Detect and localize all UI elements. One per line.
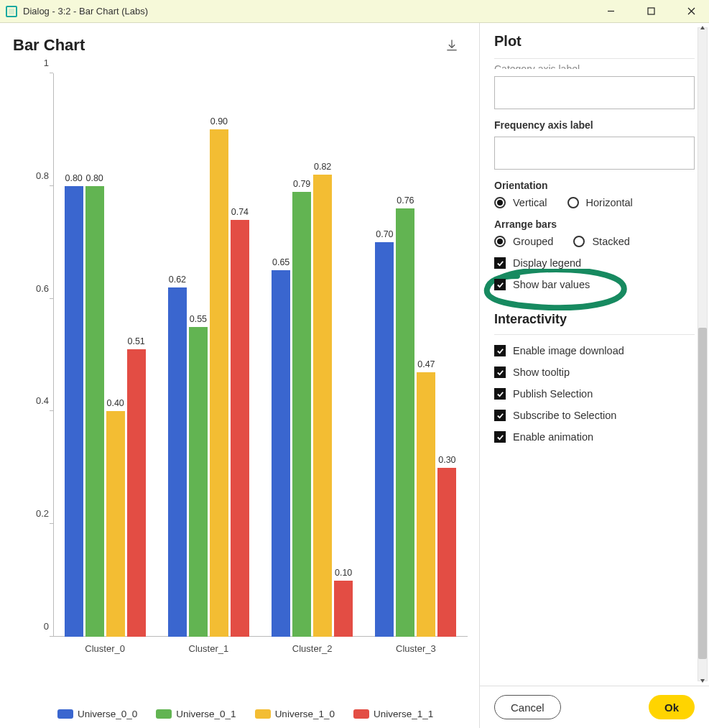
download-icon[interactable]	[445, 38, 459, 52]
interactivity-checkbox[interactable]: Show tooltip	[494, 367, 695, 378]
bar[interactable]: 0.62	[168, 287, 187, 637]
chart-plot-area: 0.800.800.400.51Cluster_00.620.550.900.7…	[13, 68, 473, 701]
checkbox-label: Subscribe to Selection	[513, 410, 616, 421]
legend-swatch	[57, 709, 73, 719]
arrange-radio-grouped[interactable]: Grouped	[494, 236, 553, 247]
radio-icon	[567, 197, 579, 208]
scrollbar-thumb[interactable]	[698, 328, 707, 659]
radio-icon	[494, 236, 506, 247]
checkbox-label: Show tooltip	[513, 367, 570, 378]
legend-label: Universe_1_1	[374, 709, 433, 719]
category-axis-label-caption: Category axis label	[494, 63, 695, 69]
radio-icon	[494, 197, 506, 208]
legend-item[interactable]: Universe_1_1	[353, 709, 433, 719]
bar[interactable]: 0.55	[189, 327, 208, 637]
radio-label: Stacked	[592, 236, 629, 247]
bar-value-label: 0.76	[397, 195, 414, 206]
display-legend-checkbox[interactable]: Display legend	[494, 257, 695, 269]
bar[interactable]: 0.65	[272, 270, 290, 637]
bar-value-label: 0.55	[190, 314, 207, 324]
arrange-radio-stacked[interactable]: Stacked	[573, 236, 629, 247]
bar-value-label: 0.40	[106, 398, 124, 408]
y-tick-label: 1	[20, 57, 49, 68]
legend-item[interactable]: Universe_0_0	[57, 709, 137, 719]
interactivity-checkbox[interactable]: Subscribe to Selection	[494, 410, 695, 421]
interactivity-checkbox[interactable]: Enable image download	[494, 345, 695, 356]
svg-rect-1	[648, 8, 654, 14]
ok-button[interactable]: Ok	[649, 695, 695, 719]
category-label: Cluster_1	[157, 643, 260, 654]
scrollbar-down-button[interactable]	[698, 676, 708, 686]
radio-label: Grouped	[513, 236, 553, 247]
bar-value-label: 0.74	[231, 207, 249, 217]
legend-swatch	[156, 709, 172, 719]
bar[interactable]: 0.70	[375, 242, 394, 637]
show-bar-values-checkbox[interactable]: Show bar values	[494, 279, 695, 290]
legend-swatch	[255, 709, 271, 719]
window-close-button[interactable]	[679, 4, 703, 19]
chart-title: Bar Chart	[13, 36, 445, 55]
legend-item[interactable]: Universe_0_1	[156, 709, 236, 719]
legend-label: Universe_0_0	[78, 709, 137, 719]
bar[interactable]: 0.80	[65, 186, 83, 637]
legend-label: Universe_1_0	[275, 709, 335, 719]
checkbox-label: Publish Selection	[513, 388, 593, 400]
bar[interactable]: 0.30	[437, 468, 456, 637]
bar-group: 0.650.790.820.10Cluster_2	[261, 73, 364, 637]
bar-value-label: 0.80	[85, 173, 103, 183]
window-title: Dialog - 3:2 - Bar Chart (Labs)	[23, 6, 598, 17]
arrange-label: Arrange bars	[494, 218, 695, 230]
checkbox-icon	[494, 367, 506, 378]
display-legend-label: Display legend	[513, 257, 581, 269]
bar[interactable]: 0.80	[85, 186, 104, 637]
orientation-radio-vertical[interactable]: Vertical	[494, 197, 547, 208]
category-label: Cluster_0	[53, 643, 157, 654]
cancel-button[interactable]: Cancel	[494, 695, 561, 719]
checkbox-label: Enable animation	[513, 431, 593, 443]
checkbox-icon	[494, 410, 506, 421]
bar[interactable]: 0.74	[231, 220, 249, 637]
radio-label: Horizontal	[586, 197, 633, 208]
y-tick-label: 0.6	[20, 282, 49, 293]
category-label: Cluster_3	[364, 643, 468, 654]
interactivity-checkbox[interactable]: Enable animation	[494, 431, 695, 443]
bar[interactable]: 0.90	[210, 129, 228, 637]
bar[interactable]: 0.79	[292, 192, 311, 637]
bar-value-label: 0.80	[65, 173, 82, 183]
bar-value-label: 0.30	[438, 455, 455, 465]
category-axis-label-input[interactable]	[494, 76, 695, 109]
legend-item[interactable]: Universe_1_0	[255, 709, 335, 719]
settings-panel: Plot Category axis label Frequency axis …	[479, 23, 709, 728]
orientation-radio-horizontal[interactable]: Horizontal	[567, 197, 633, 208]
checkbox-icon	[494, 257, 506, 269]
bar-value-label: 0.90	[210, 116, 228, 126]
radio-icon	[573, 236, 585, 247]
svg-marker-4	[700, 26, 705, 29]
interactivity-heading: Interactivity	[494, 312, 695, 335]
frequency-axis-label-input[interactable]	[494, 137, 695, 170]
panel-footer: Cancel Ok	[480, 686, 709, 728]
bar[interactable]: 0.82	[313, 175, 332, 637]
chart-legend: Universe_0_0Universe_0_1Universe_1_0Univ…	[13, 701, 473, 719]
show-bar-values-label: Show bar values	[513, 279, 590, 290]
bar-value-label: 0.70	[376, 229, 393, 239]
bar[interactable]: 0.10	[334, 581, 353, 637]
y-tick-label: 0.2	[20, 508, 49, 519]
app-icon	[6, 6, 17, 17]
checkbox-icon	[494, 388, 506, 400]
frequency-axis-label-caption: Frequency axis label	[494, 119, 695, 131]
scrollbar-up-button[interactable]	[698, 23, 708, 33]
window-titlebar: Dialog - 3:2 - Bar Chart (Labs)	[0, 0, 709, 23]
checkbox-icon	[494, 279, 506, 290]
bar-group: 0.620.550.900.74Cluster_1	[157, 73, 260, 637]
bar[interactable]: 0.76	[396, 208, 414, 637]
bar-value-label: 0.79	[293, 179, 310, 189]
bar-value-label: 0.10	[335, 568, 352, 578]
bar[interactable]: 0.47	[417, 372, 435, 637]
interactivity-checkbox[interactable]: Publish Selection	[494, 388, 695, 400]
bar[interactable]: 0.51	[127, 349, 146, 637]
bar[interactable]: 0.40	[106, 411, 125, 637]
window-maximize-button[interactable]	[639, 4, 663, 19]
window-minimize-button[interactable]	[598, 4, 623, 19]
y-tick-label: 0.4	[20, 395, 49, 406]
